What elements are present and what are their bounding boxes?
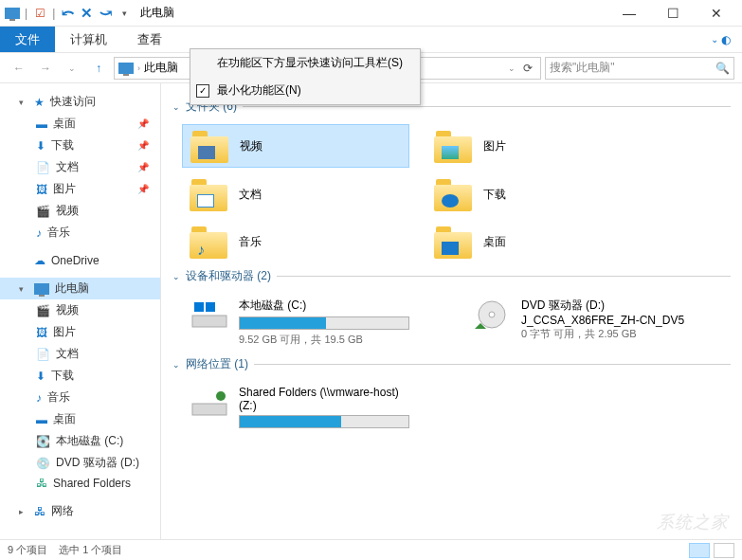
sidebar-videos[interactable]: 🎬视频 [0,200,160,222]
properties-icon[interactable]: ☑ [31,5,48,22]
redo-delete-icon[interactable]: ✕ [78,5,95,22]
sidebar-desktop[interactable]: ▬桌面📌 [0,113,160,135]
folder-documents[interactable]: 文档 [182,173,409,215]
folder-icon [434,225,474,259]
app-icon [4,5,21,22]
sidebar-music[interactable]: ♪音乐 [0,222,160,244]
undo-icon[interactable]: ⤺ [59,5,76,22]
sidebar-downloads[interactable]: ⬇下载📌 [0,135,160,156]
sidebar-pc-desktop[interactable]: ▬桌面 [0,408,160,430]
folder-icon: ♪ [190,225,229,259]
search-placeholder: 搜索"此电脑" [550,60,615,76]
drive-c[interactable]: 本地磁盘 (C:) 9.52 GB 可用，共 19.5 GB [182,294,447,351]
sidebar-pc-documents[interactable]: 📄文档 [0,343,160,365]
forward-button[interactable]: → [34,57,57,80]
sidebar-pc-music[interactable]: ♪音乐 [0,387,160,408]
window-controls: — ☐ ✕ [607,0,738,27]
folder-music[interactable]: ♪ 音乐 [182,221,409,262]
disk-icon [190,298,229,332]
titlebar: | ☑ | ⤺ ✕ ⤻ ▾ 此电脑 — ☐ ✕ [0,0,742,27]
drive-label: DVD 驱动器 (D:) [521,298,722,314]
menu-show-qat-below[interactable]: 在功能区下方显示快速访问工具栏(S) [190,49,420,77]
refresh-icon[interactable]: ⟳ [523,62,533,75]
chevron-down-icon: ▾ [19,98,28,107]
sidebar-pc-downloads[interactable]: ⬇下载 [0,365,160,387]
svg-point-4 [489,312,495,317]
computer-tab[interactable]: 计算机 [55,27,122,52]
folder-videos[interactable]: 视频 [182,124,409,168]
network-drive-icon [190,386,229,420]
svg-rect-2 [206,302,215,312]
sidebar-this-pc[interactable]: ▾此电脑 [0,278,160,299]
chevron-down-icon: ⌄ [172,360,180,370]
pin-icon: 📌 [137,162,149,172]
folder-desktop[interactable]: 桌面 [426,221,654,262]
ribbon-expand-icon[interactable]: ⌄ ◐ [699,27,742,52]
maximize-button[interactable]: ☐ [651,0,695,27]
view-details-button[interactable] [689,543,710,558]
up-button[interactable]: ↑ [87,57,110,80]
chevron-right-icon: › [137,63,140,73]
svg-rect-1 [194,302,204,312]
address-dropdown-icon[interactable]: ⌄ [508,63,516,73]
watermark: 系统之家 [657,511,729,533]
pin-icon: 📌 [137,184,149,194]
chevron-right-icon: ▸ [19,507,28,516]
chevron-down-icon: ⌄ [172,272,180,281]
view-tab[interactable]: 查看 [122,27,177,52]
sidebar-dvd[interactable]: 💿DVD 驱动器 (D:) [0,452,160,474]
qat-separator: | [52,7,55,20]
view-icons-button[interactable] [714,543,734,558]
checkbox-checked-icon: ✓ [196,84,209,98]
dvd-icon [472,298,512,332]
network-drive-z[interactable]: Shared Folders (\\vmware-host) (Z:) [182,382,447,435]
drive-usage-bar [239,316,409,330]
svg-rect-5 [192,404,226,415]
drive-subtext: 0 字节 可用，共 2.95 GB [521,327,722,341]
section-network[interactable]: ⌄网络位置 (1) [172,356,731,372]
search-icon: 🔍 [715,62,730,75]
quick-access-toolbar: | ☑ | ⤺ ✕ ⤻ ▾ [4,5,133,22]
folder-icon [434,177,474,211]
chevron-down-icon: ⌄ [172,102,180,112]
sidebar-onedrive[interactable]: ☁OneDrive [0,251,160,270]
folder-icon [434,129,474,163]
network-drive-label: Shared Folders (\\vmware-host) [239,386,440,399]
redo-icon[interactable]: ⤻ [97,5,114,22]
close-button[interactable]: ✕ [695,0,738,27]
drive-subtext: 9.52 GB 可用，共 19.5 GB [239,333,440,347]
content-area: ⌄文件夹 (6) 视频 图片 文档 下载 ♪ 音乐 [161,83,742,539]
qat-dropdown-icon[interactable]: ▾ [116,5,133,22]
drive-usage-bar [239,415,409,428]
sidebar-pc-videos[interactable]: 🎬视频 [0,299,160,321]
status-selected-count: 选中 1 个项目 [59,543,122,557]
sidebar-local-disk[interactable]: 💽本地磁盘 (C:) [0,430,160,452]
pin-icon: 📌 [137,118,149,129]
qat-separator: | [25,7,27,20]
navigation-sidebar: ▾★快速访问 ▬桌面📌 ⬇下载📌 📄文档📌 🖼图片📌 🎬视频 ♪音乐 ☁OneD… [0,83,161,539]
folder-downloads[interactable]: 下载 [426,173,654,215]
chevron-down-icon: ▾ [19,284,28,294]
file-tab[interactable]: 文件 [0,27,55,52]
window-title: 此电脑 [140,5,174,21]
sidebar-shared-folders[interactable]: 🖧Shared Folders [0,474,160,493]
drive-dvd[interactable]: DVD 驱动器 (D:) J_CCSA_X86FRE_ZH-CN_DV5 0 字… [464,294,730,351]
folder-icon [190,129,230,163]
sidebar-quick-access[interactable]: ▾★快速访问 [0,91,160,113]
recent-dropdown-icon[interactable]: ⌄ [61,57,83,80]
drive-label: 本地磁盘 (C:) [239,298,440,314]
search-input[interactable]: 搜索"此电脑" 🔍 [545,57,734,80]
back-button[interactable]: ← [8,57,30,80]
sidebar-network[interactable]: ▸🖧网络 [0,500,160,522]
folder-pictures[interactable]: 图片 [426,124,654,168]
sidebar-documents[interactable]: 📄文档📌 [0,156,160,178]
sidebar-pictures[interactable]: 🖼图片📌 [0,178,160,200]
sidebar-pc-pictures[interactable]: 🖼图片 [0,321,160,343]
minimize-button[interactable]: — [607,0,651,27]
section-devices[interactable]: ⌄设备和驱动器 (2) [172,268,731,284]
menu-minimize-ribbon[interactable]: ✓ 最小化功能区(N) [190,77,420,104]
folder-icon [190,177,229,211]
ribbon-context-menu: 在功能区下方显示快速访问工具栏(S) ✓ 最小化功能区(N) [190,48,421,105]
pc-icon [118,61,134,76]
svg-point-6 [216,391,226,401]
